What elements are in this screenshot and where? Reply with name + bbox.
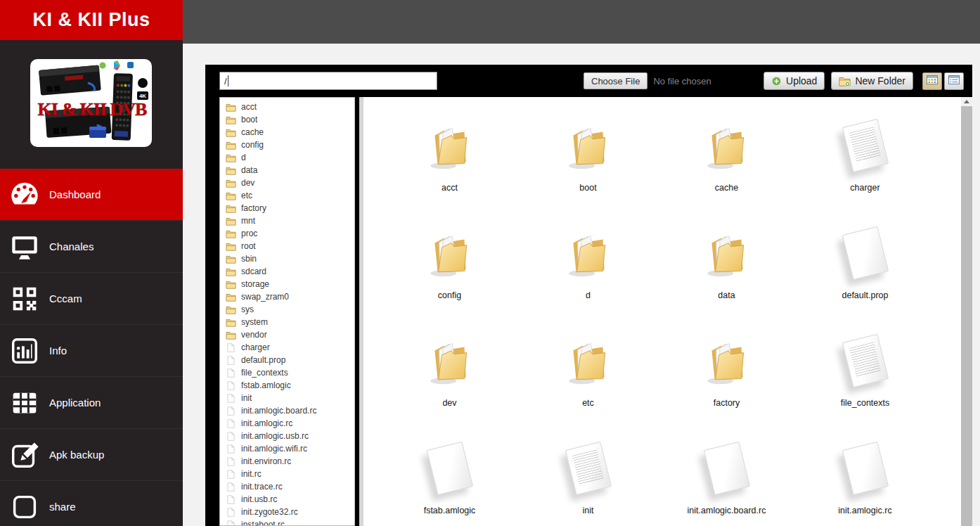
tree-item[interactable]: mnt: [220, 214, 354, 227]
grid-folder-item[interactable]: dev: [380, 322, 519, 430]
tree-item-label: etc: [241, 191, 252, 200]
tree-item[interactable]: init.amlogic.wifi.rc: [220, 442, 354, 455]
tree-item[interactable]: etc: [220, 189, 354, 202]
folder-icon: [225, 217, 236, 226]
sidebar-item-application[interactable]: Application: [0, 376, 183, 428]
tree-item[interactable]: init.amlogic.usb.rc: [220, 430, 354, 442]
new-folder-button[interactable]: New Folder: [831, 72, 913, 90]
upload-label: Upload: [786, 75, 817, 86]
tree-item[interactable]: system: [220, 316, 354, 328]
grid-file-item[interactable]: init: [519, 430, 657, 526]
tree-item-label: instaboot.rc: [241, 520, 285, 526]
tree-item-label: swap_zram0: [241, 292, 289, 302]
folder-icon: [699, 227, 754, 282]
tree-item[interactable]: fstab.amlogic: [220, 379, 354, 392]
sidebar-item-dashboard[interactable]: Dashboard: [0, 169, 183, 220]
folder-icon: [225, 166, 236, 175]
tree-item-label: system: [241, 317, 268, 327]
sidebar-item-cccam[interactable]: Cccam: [0, 272, 183, 324]
tree-item[interactable]: file_contexts: [220, 366, 354, 379]
sidebar-item-apk-backup[interactable]: Apk backup: [0, 428, 183, 480]
tree-item[interactable]: vendor: [220, 328, 354, 341]
tree-item-label: sdcard: [241, 267, 266, 276]
grid-folder-item[interactable]: cache: [657, 107, 796, 214]
grid-folder-item[interactable]: config: [380, 214, 519, 322]
tree-item[interactable]: factory: [220, 202, 354, 214]
tree-item[interactable]: config: [220, 139, 354, 151]
tree-item[interactable]: root: [220, 240, 354, 252]
grid-folder-item[interactable]: boot: [519, 107, 657, 214]
sidebar-item-info[interactable]: Info: [0, 324, 183, 376]
tree-item[interactable]: sbin: [220, 252, 354, 265]
grid-folder-item[interactable]: data: [657, 214, 796, 322]
new-folder-icon: [839, 76, 851, 86]
sidebar-item-label: Info: [49, 345, 67, 357]
file-icon: [426, 442, 472, 496]
grid-item-label: default.prop: [842, 290, 888, 300]
sidebar-item-chanales[interactable]: Chanales: [0, 220, 183, 272]
tree-item[interactable]: charger: [220, 341, 354, 354]
file-icon: [842, 334, 888, 388]
list-view-button[interactable]: [944, 72, 964, 90]
file-manager-panel: / Choose File No file chosen Upload New …: [205, 65, 972, 526]
file-manager-toolbar: / Choose File No file chosen Upload New …: [205, 65, 972, 97]
tree-item[interactable]: swap_zram0: [220, 290, 354, 303]
tree-item[interactable]: init.environ.rc: [220, 455, 354, 468]
tree-item[interactable]: init.rc: [220, 468, 354, 480]
grid-file-item[interactable]: init.amlogic.rc: [796, 430, 934, 526]
tree-item[interactable]: instaboot.rc: [220, 518, 354, 526]
grid-file-item[interactable]: fstab.amlogic: [380, 430, 519, 526]
tree-item-label: config: [241, 140, 264, 150]
tree-item[interactable]: init.amlogic.rc: [220, 417, 354, 430]
new-folder-label: New Folder: [855, 75, 905, 86]
grid-folder-item[interactable]: etc: [519, 322, 657, 430]
tree-item[interactable]: data: [220, 164, 354, 177]
tree-item[interactable]: cache: [220, 126, 354, 139]
tree-item[interactable]: init.amlogic.board.rc: [220, 404, 354, 417]
tree-item[interactable]: boot: [220, 113, 354, 126]
file-icon: [225, 457, 236, 466]
folder-tree-pane: acctbootcacheconfigddatadevetcfactorymnt…: [219, 97, 355, 526]
tree-item[interactable]: sdcard: [220, 265, 354, 278]
file-icon: [225, 508, 236, 517]
path-input[interactable]: /: [219, 72, 437, 90]
tree-item-label: init.trace.rc: [241, 482, 283, 492]
tree-item[interactable]: init.usb.rc: [220, 493, 354, 506]
tree-item[interactable]: acct: [220, 101, 354, 113]
folder-icon: [225, 229, 236, 238]
tree-item[interactable]: default.prop: [220, 354, 354, 366]
scroll-up-button[interactable]: [961, 97, 972, 106]
grid-folder-item[interactable]: acct: [380, 107, 519, 214]
grid-folder-item[interactable]: factory: [657, 322, 796, 430]
choose-file-button[interactable]: Choose File: [584, 72, 647, 89]
tree-item[interactable]: init.zygote32.rc: [220, 506, 354, 518]
grid-file-item[interactable]: file_contexts: [796, 322, 934, 430]
tree-item[interactable]: init.trace.rc: [220, 480, 354, 493]
barchart-icon: [8, 335, 41, 367]
tree-item[interactable]: d: [220, 151, 354, 164]
grid-item-label: init: [583, 506, 594, 515]
tree-item-label: init: [241, 393, 252, 403]
square-icon: [8, 491, 41, 523]
svg-text:4K: 4K: [139, 93, 146, 99]
tree-item[interactable]: sys: [220, 303, 354, 316]
tree-item[interactable]: dev: [220, 177, 354, 189]
tree-item[interactable]: storage: [220, 278, 354, 290]
grid-file-item[interactable]: default.prop: [796, 214, 934, 322]
grid-file-item[interactable]: charger: [796, 107, 934, 214]
folder-icon: [225, 255, 236, 264]
grid-file-item[interactable]: init.amlogic.board.rc: [657, 430, 796, 526]
file-icon: [225, 356, 236, 365]
grid-view-button[interactable]: [922, 72, 942, 90]
upload-button[interactable]: Upload: [763, 72, 825, 90]
grid-folder-item[interactable]: d: [519, 214, 657, 322]
sidebar-item-share[interactable]: share: [0, 480, 183, 526]
folder-icon: [225, 128, 236, 137]
list-view-icon: [948, 75, 960, 87]
tree-item-label: init.amlogic.rc: [241, 418, 292, 428]
scrollbar-thumb[interactable]: [961, 106, 972, 526]
tree-item-label: init.environ.rc: [241, 456, 291, 466]
tree-item[interactable]: init: [220, 392, 354, 404]
tree-item[interactable]: proc: [220, 227, 354, 240]
grid-item-label: config: [438, 290, 461, 300]
